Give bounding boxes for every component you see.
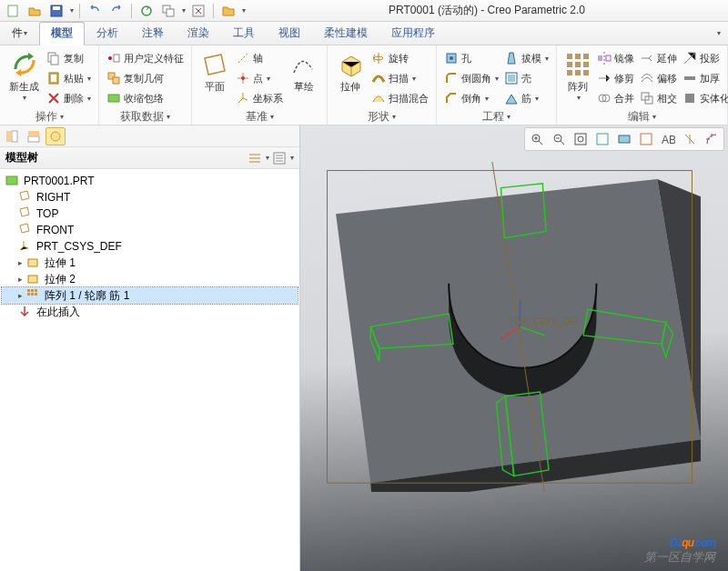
extrude-button[interactable]: 拉伸 bbox=[333, 49, 368, 95]
close-window-icon[interactable] bbox=[189, 3, 207, 19]
extend-button[interactable]: 延伸 bbox=[638, 49, 679, 67]
open-file-icon[interactable] bbox=[25, 3, 44, 19]
rib-button[interactable]: 筋▾ bbox=[502, 89, 551, 107]
windows-icon[interactable] bbox=[159, 3, 177, 19]
folder-dropdown-icon[interactable]: ▾ bbox=[242, 6, 246, 15]
paste-button[interactable]: 粘贴▾ bbox=[45, 69, 93, 87]
svg-rect-51 bbox=[27, 293, 30, 296]
tree-tab2-icon[interactable] bbox=[24, 127, 44, 145]
svg-rect-5 bbox=[167, 9, 174, 16]
model-tree[interactable]: PRT0001.PRT RIGHT TOP FRONT PRT_CSYS_DEF… bbox=[0, 169, 299, 571]
undo-icon[interactable] bbox=[86, 3, 104, 19]
group-shape: 拉伸 旋转 扫描▾ 扫描混合 形状▾ bbox=[328, 45, 437, 125]
offset-button[interactable]: 偏移 bbox=[638, 69, 679, 87]
new-file-icon[interactable] bbox=[4, 3, 22, 19]
point-button[interactable]: 点▾ bbox=[234, 69, 285, 87]
tree-root[interactable]: PRT0001.PRT bbox=[2, 173, 298, 189]
svg-rect-27 bbox=[583, 62, 589, 67]
draft-button[interactable]: 拔模▾ bbox=[502, 49, 551, 67]
graphics-viewport[interactable]: AB bbox=[300, 125, 728, 571]
tab-annotate[interactable]: 注释 bbox=[130, 22, 176, 45]
svg-rect-24 bbox=[583, 54, 589, 59]
tab-model[interactable]: 模型 bbox=[39, 22, 85, 45]
csys-button[interactable]: 坐标系 bbox=[234, 89, 285, 107]
datum-display-icon[interactable] bbox=[680, 130, 700, 148]
tree-header: 模型树 ▾ ▾ bbox=[0, 147, 299, 169]
mirror-button[interactable]: 镜像 bbox=[595, 49, 636, 67]
tab-view[interactable]: 视图 bbox=[267, 22, 312, 45]
tree-show-icon[interactable] bbox=[269, 149, 289, 167]
chamfer-button[interactable]: 倒角▾ bbox=[442, 89, 500, 107]
tree-settings-icon[interactable] bbox=[245, 149, 265, 167]
saved-view-icon[interactable] bbox=[636, 130, 656, 148]
pattern-button[interactable]: 阵列▾ bbox=[562, 49, 593, 104]
repaint-icon[interactable] bbox=[592, 130, 612, 148]
tree-item-right[interactable]: RIGHT bbox=[2, 189, 298, 205]
merge-button[interactable]: 合并 bbox=[595, 89, 636, 107]
svg-point-3 bbox=[142, 6, 151, 15]
tree-tab1-icon[interactable] bbox=[2, 127, 22, 145]
annotation-icon[interactable]: AB bbox=[658, 130, 678, 148]
intersect-button[interactable]: 相交 bbox=[638, 89, 679, 107]
svg-rect-26 bbox=[575, 62, 581, 67]
svg-rect-48 bbox=[27, 289, 30, 292]
redo-icon[interactable] bbox=[107, 3, 126, 19]
copy-geom-button[interactable]: 复制几何 bbox=[105, 69, 186, 87]
folder-icon[interactable] bbox=[219, 3, 238, 19]
solidify-button[interactable]: 实体化 bbox=[681, 89, 728, 107]
tree-item-insert-here[interactable]: 在此插入 bbox=[2, 304, 298, 320]
ribbon-collapse-icon[interactable]: ▾ bbox=[710, 29, 728, 37]
display-style-icon[interactable] bbox=[614, 130, 634, 148]
workspace: 模型树 ▾ ▾ PRT0001.PRT RIGHT TOP FRONT PRT_… bbox=[0, 125, 728, 571]
tab-flexible[interactable]: 柔性建模 bbox=[312, 22, 379, 45]
spin-center-icon[interactable] bbox=[702, 130, 722, 148]
svg-rect-42 bbox=[28, 136, 39, 142]
sweep-button[interactable]: 扫描▾ bbox=[369, 69, 430, 87]
svg-rect-2 bbox=[53, 6, 60, 10]
svg-rect-10 bbox=[51, 75, 56, 82]
swept-blend-button[interactable]: 扫描混合 bbox=[369, 89, 430, 107]
sketch-button[interactable]: 草绘 bbox=[287, 49, 321, 95]
zoom-out-icon[interactable] bbox=[549, 130, 569, 148]
view-toolbar: AB bbox=[524, 127, 724, 151]
refit-icon[interactable] bbox=[571, 130, 591, 148]
tree-title: 模型树 bbox=[5, 150, 245, 165]
trim-button[interactable]: 修剪 bbox=[595, 69, 636, 87]
plane-button[interactable]: 平面 bbox=[197, 49, 232, 95]
group-datum: 平面 轴 点▾ 坐标系 草绘 基准▾ bbox=[192, 45, 328, 125]
windows-dropdown-icon[interactable]: ▾ bbox=[182, 6, 186, 15]
tree-tab3-icon[interactable] bbox=[46, 127, 66, 145]
tab-apps[interactable]: 应用程序 bbox=[379, 22, 447, 45]
svg-rect-38 bbox=[685, 94, 694, 103]
revolve-button[interactable]: 旋转 bbox=[369, 49, 430, 67]
tree-item-front[interactable]: FRONT bbox=[2, 222, 298, 238]
shell-button[interactable]: 壳 bbox=[502, 69, 551, 87]
tab-render[interactable]: 渲染 bbox=[176, 22, 221, 45]
tab-analysis[interactable]: 分析 bbox=[85, 22, 130, 45]
svg-rect-15 bbox=[108, 95, 119, 102]
round-button[interactable]: 倒圆角▾ bbox=[442, 69, 500, 87]
project-button[interactable]: 投影 bbox=[681, 49, 728, 67]
regenerate-button[interactable]: 新生成▾ bbox=[5, 49, 43, 104]
tree-item-extrude2[interactable]: ▸拉伸 2 bbox=[2, 271, 298, 287]
tree-item-pattern1[interactable]: ▸阵列 1 / 轮廓 筋 1 bbox=[2, 287, 298, 304]
shrinkwrap-button[interactable]: 收缩包络 bbox=[105, 89, 186, 107]
tree-item-extrude1[interactable]: ▸拉伸 1 bbox=[2, 255, 298, 271]
separator bbox=[79, 4, 80, 18]
copy-button[interactable]: 复制 bbox=[45, 49, 93, 67]
tree-item-csys[interactable]: PRT_CSYS_DEF bbox=[2, 238, 298, 255]
zoom-in-icon[interactable] bbox=[527, 130, 547, 148]
save-icon[interactable] bbox=[47, 3, 66, 19]
regenerate-icon[interactable] bbox=[137, 3, 156, 19]
qat-dropdown-icon[interactable]: ▾ bbox=[70, 6, 74, 15]
hole-button[interactable]: 孔 bbox=[442, 49, 500, 67]
tab-tools[interactable]: 工具 bbox=[221, 22, 267, 45]
thicken-button[interactable]: 加厚 bbox=[681, 69, 728, 87]
tab-file[interactable]: 件 ▾ bbox=[0, 22, 39, 45]
axis-button[interactable]: 轴 bbox=[234, 49, 285, 67]
part-geometry bbox=[318, 162, 701, 492]
svg-rect-14 bbox=[113, 77, 119, 84]
udf-button[interactable]: 用户定义特征 bbox=[105, 49, 186, 67]
delete-button[interactable]: 删除▾ bbox=[45, 89, 93, 107]
tree-item-top[interactable]: TOP bbox=[2, 205, 298, 222]
